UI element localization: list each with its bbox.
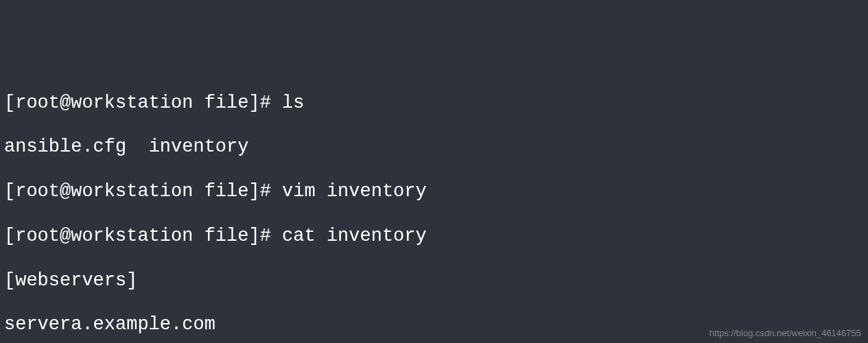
watermark-text: https://blog.csdn.net/weixin_46146755 xyxy=(709,328,861,339)
terminal-line: [root@workstation file]# vim inventory xyxy=(4,180,868,202)
terminal-line: ansible.cfg inventory xyxy=(4,136,868,158)
terminal-line: [root@workstation file]# cat inventory xyxy=(4,225,868,247)
terminal-line: [webservers] xyxy=(4,270,868,292)
terminal-line: [root@workstation file]# ls xyxy=(4,92,868,114)
